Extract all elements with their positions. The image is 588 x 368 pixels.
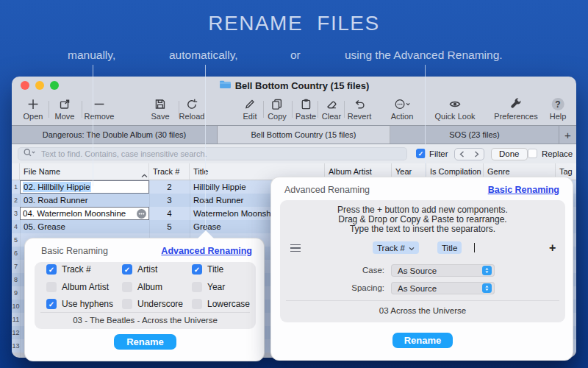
toolbar-separator [344,101,345,118]
file-name-edit-field[interactable]: 04. Watermelon Moonshine [20,207,149,220]
instruction-line: Press the + button to add new components… [280,205,565,215]
reload-icon [185,98,198,110]
checkbox-checked-icon[interactable] [46,264,57,275]
column-header-gutter [12,163,20,180]
add-tab-button[interactable]: + [559,126,576,144]
save-icon [154,98,166,110]
checkbox-icon[interactable] [192,282,202,292]
search-field[interactable] [18,147,407,160]
column-header-file-name[interactable]: File Name [20,163,149,180]
clear-button[interactable]: Clear [322,98,341,121]
hero-title: RENAME FILES [0,12,588,35]
basic-renaming-popover: Basic Renaming Advanced Renaming Track #… [24,238,265,361]
component-chip-track[interactable]: Track # [373,241,419,254]
annotation-line-manually [93,65,93,186]
filter-label: Filter [429,149,448,158]
option-artist[interactable]: Artist [122,264,157,275]
option-lowercase[interactable]: Lowercase [192,299,250,309]
move-window-icon [59,98,71,110]
checkbox-icon[interactable] [46,282,57,292]
rename-button[interactable]: Rename [114,334,176,350]
basic-options-panel: Track # Artist Title Album Artist Album … [35,262,256,329]
open-button[interactable]: Open [24,98,43,121]
replace-label: Replace [542,149,573,158]
search-input[interactable] [40,149,402,159]
option-album-artist[interactable]: Album Artist [46,282,109,292]
help-icon [552,98,564,110]
preferences-button[interactable]: Preferences [494,98,537,121]
basic-renaming-link[interactable]: Basic Renaming [488,185,559,195]
option-year[interactable]: Year [192,282,225,292]
option-use-hyphens[interactable]: Use hyphens [46,299,113,309]
tab-sos[interactable]: SOS (23 files) [390,126,559,144]
copy-icon [271,98,284,110]
advanced-renaming-popover: Advanced Renaming Basic Renaming Press t… [270,177,573,361]
hero-label-or: or [290,49,301,62]
annotation-line-advanced [425,65,426,178]
toolbar-separator [179,101,179,118]
move-button[interactable]: Move [55,98,75,121]
save-button[interactable]: Save [151,98,169,121]
popover-title: Basic Renaming [41,246,108,256]
drag-handle-icon[interactable] [290,244,301,252]
paste-icon [299,98,312,110]
copy-button[interactable]: Copy [268,98,287,121]
tab-dangerous[interactable]: Dangerous: The Double Album (30 files) [12,126,218,144]
option-album[interactable]: Album [122,282,162,292]
minus-icon [93,98,106,110]
toolbar: Open Move Remove Save Reload Edit [12,94,576,125]
instruction-line: Type the text to insert the separators. [280,224,565,234]
option-track[interactable]: Track # [46,264,91,275]
toolbar-separator [49,101,49,118]
rename-preview: 03 Across the Universe [280,306,565,315]
edit-button[interactable]: Edit [243,98,257,121]
checkbox-icon[interactable] [122,299,132,309]
chevron-down-icon [409,244,415,252]
window-title: Bell Bottom Country (15 files) [235,80,370,91]
popover-arrow [197,230,215,239]
eye-icon [448,98,462,110]
find-previous-button[interactable] [454,148,470,160]
spacing-dropdown[interactable]: As Source [391,282,495,294]
done-button[interactable]: Done [491,148,528,160]
advanced-renaming-link[interactable]: Advanced Renaming [161,246,252,256]
more-options-button[interactable] [137,209,146,219]
reload-button[interactable]: Reload [179,98,205,121]
column-header-track[interactable]: Track # [149,163,190,180]
checkbox-checked-icon[interactable] [46,299,57,309]
help-button[interactable]: Help [550,98,567,121]
find-next-button[interactable] [469,148,484,160]
revert-button[interactable]: Revert [348,98,371,121]
stepper-icon [482,283,492,293]
checkbox-checked-icon[interactable] [192,264,202,275]
option-underscore[interactable]: Underscore [122,299,183,309]
component-chip-title[interactable]: Title [437,241,462,254]
toolbar-separator [82,101,82,118]
quick-look-button[interactable]: Quick Look [434,98,475,121]
remove-button[interactable]: Remove [85,98,115,121]
search-icon [23,147,36,160]
toolbar-separator [292,101,293,118]
toolbar-separator [263,101,264,118]
checkbox-checked-icon[interactable] [122,264,132,275]
checkbox-icon[interactable] [192,299,202,309]
folder-icon [219,79,232,91]
screenshot-stage: RENAME FILES manually, automatically, or… [0,0,588,368]
tab-bell-bottom-country[interactable]: Bell Bottom Country (15 files) [218,126,390,144]
paste-button[interactable]: Paste [295,98,316,121]
panel-divider [286,300,559,301]
checkbox-icon[interactable] [122,282,132,292]
option-title[interactable]: Title [192,264,223,275]
search-bar: Filter Done Replace [12,144,576,163]
case-dropdown[interactable]: As Source [391,264,495,277]
action-button[interactable]: Action [391,98,414,121]
toolbar-separator [318,101,318,118]
wrench-icon [510,98,523,110]
file-name-edit-field[interactable]: 02. Hillbilly Hippie [20,180,149,194]
stepper-icon [482,266,492,275]
advanced-options-panel: Press the + button to add new components… [280,200,565,322]
instruction-line: Drag & Drop or Copy & Paste to rearrange… [280,215,565,224]
rename-button[interactable]: Rename [392,333,453,348]
replace-checkbox[interactable] [528,149,537,158]
add-component-button[interactable]: + [549,241,556,254]
